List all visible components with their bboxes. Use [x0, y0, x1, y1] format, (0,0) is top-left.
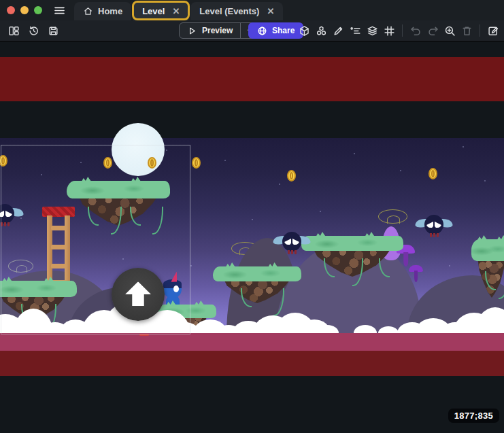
scene-editor-canvas[interactable]	[0, 41, 504, 433]
tab-level[interactable]: Level✕	[133, 2, 188, 20]
toolbar-left-group	[5, 22, 61, 39]
hamburger-menu-button[interactable]	[53, 4, 66, 17]
traffic-light-close[interactable]	[7, 6, 15, 14]
redo-button[interactable]	[424, 22, 441, 39]
bat-enemy[interactable]	[273, 232, 310, 255]
undo-button[interactable]	[407, 22, 424, 39]
toolbar: Preview Share	[0, 20, 504, 42]
grass-island-platform[interactable]	[475, 239, 504, 302]
tab-label: Level (Events)	[199, 6, 259, 16]
globe-icon	[257, 26, 267, 36]
toolbar-divider	[402, 24, 403, 37]
history-icon	[28, 25, 39, 37]
grass-island-platform[interactable]	[216, 266, 298, 307]
home-icon	[83, 6, 93, 16]
bat-foot	[430, 233, 432, 237]
save-icon	[48, 25, 59, 37]
tab-close-button[interactable]: ✕	[267, 7, 274, 16]
object-group-button[interactable]	[313, 22, 329, 39]
play-icon	[187, 26, 197, 36]
pencil-button[interactable]	[330, 22, 346, 39]
grid-icon	[384, 25, 395, 37]
bat-foot	[433, 233, 435, 237]
star	[279, 184, 280, 185]
preview-button[interactable]: Preview	[180, 23, 240, 38]
preview-button-label: Preview	[202, 26, 233, 35]
save-button[interactable]	[45, 22, 61, 39]
layers-icon	[367, 25, 378, 37]
panels-icon	[8, 25, 20, 37]
panels-button[interactable]	[5, 22, 22, 39]
star	[484, 180, 486, 181]
globe-icon	[257, 26, 267, 36]
trash-button[interactable]	[458, 22, 475, 39]
up-arrow-icon	[125, 281, 151, 306]
star	[463, 146, 464, 148]
title-bar: HomeLevel✕Level (Events)✕	[0, 0, 504, 21]
bat-foot	[437, 233, 439, 237]
star	[449, 265, 450, 266]
platform-grass	[471, 239, 504, 261]
mushroom-stem	[414, 271, 418, 282]
star	[224, 160, 226, 161]
purple-mushroom[interactable]	[409, 265, 423, 283]
traffic-light-zoom[interactable]	[34, 6, 42, 14]
instance-list-button[interactable]	[347, 22, 363, 39]
cube-icon	[299, 25, 310, 37]
play-icon	[187, 26, 197, 36]
share-button-label: Share	[272, 26, 295, 35]
bat-foot	[291, 250, 293, 254]
jump-touch-button[interactable]	[112, 268, 165, 321]
star	[400, 170, 401, 171]
redo-icon	[427, 25, 439, 37]
traffic-light-minimize[interactable]	[20, 6, 29, 14]
coin[interactable]	[287, 170, 296, 181]
camera-frame	[1, 145, 190, 334]
tab-label: Level	[142, 6, 165, 16]
bat-foot	[288, 250, 290, 254]
tab-level-events[interactable]: Level (Events)✕	[190, 2, 283, 20]
object-group-icon	[316, 25, 327, 37]
top-red-band	[0, 57, 504, 101]
edit-scene-button[interactable]	[485, 22, 501, 39]
vine	[324, 258, 335, 277]
bat-foot	[295, 250, 297, 254]
instance-list-icon	[350, 25, 361, 37]
tab-close-button[interactable]: ✕	[172, 7, 180, 16]
pencil-icon	[333, 25, 344, 37]
traffic-lights	[0, 6, 48, 14]
tab-home[interactable]: Home	[74, 2, 131, 20]
tab-strip: HomeLevel✕Level (Events)✕	[74, 0, 283, 20]
cursor-coordinates-badge: 1877;835	[448, 409, 499, 423]
tab-label: Home	[98, 6, 122, 16]
cube-button[interactable]	[296, 22, 312, 39]
hamburger-icon	[53, 4, 66, 17]
trash-icon	[461, 25, 473, 37]
vine	[499, 271, 504, 299]
star	[354, 153, 355, 154]
mushroom-stem	[403, 252, 409, 266]
zoom-in-icon	[444, 25, 456, 37]
grid-button[interactable]	[381, 22, 397, 39]
coin[interactable]	[192, 157, 201, 169]
coin[interactable]	[429, 168, 437, 179]
star	[252, 219, 253, 220]
undo-icon	[410, 25, 422, 37]
dark-red-ground-band	[0, 351, 504, 376]
hill-outline-decor	[378, 209, 407, 224]
star	[320, 211, 321, 212]
vine	[379, 258, 390, 277]
vine	[241, 288, 252, 307]
toolbar-right-group	[296, 22, 501, 39]
platform-grass	[213, 266, 301, 281]
platform-grass	[301, 236, 403, 251]
edit-scene-icon	[488, 25, 499, 37]
zoom-in-button[interactable]	[441, 22, 458, 39]
bat-enemy[interactable]	[416, 215, 452, 238]
star	[190, 265, 192, 266]
pink-ground-band	[0, 333, 504, 351]
layers-button[interactable]	[364, 22, 380, 39]
toolbar-divider	[480, 24, 480, 37]
history-button[interactable]	[25, 22, 41, 39]
grass-island-platform[interactable]	[305, 236, 400, 281]
